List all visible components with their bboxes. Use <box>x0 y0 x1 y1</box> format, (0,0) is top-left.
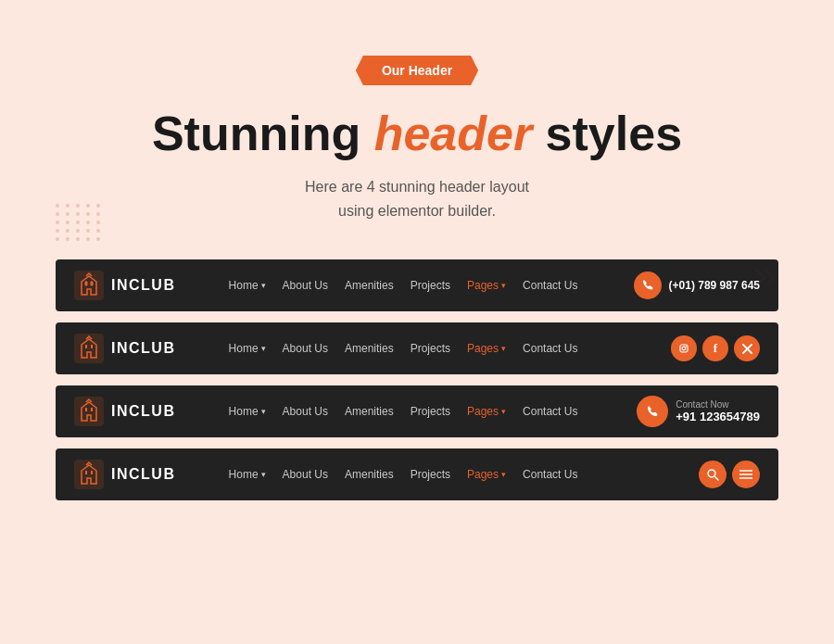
chevron-pages-1: ▾ <box>501 281 506 290</box>
svg-rect-6 <box>74 460 104 489</box>
logo-3: INCLUB <box>74 397 195 426</box>
contact-now-number: +91 123654789 <box>676 410 760 423</box>
nav-item-projects-4[interactable]: Projects <box>411 468 450 481</box>
right-area-2: f <box>612 335 760 361</box>
menu-button[interactable] <box>732 461 760 488</box>
facebook-icon[interactable]: f <box>702 335 728 361</box>
search-button[interactable] <box>699 461 727 488</box>
logo-icon-3 <box>74 397 104 426</box>
nav-1: Home ▾ About Us Amenities Projects Pages… <box>195 279 612 292</box>
nav-item-amenities-1[interactable]: Amenities <box>345 279 394 292</box>
twitter-x-icon[interactable] <box>734 335 760 361</box>
nav-item-contact-4[interactable]: Contact Us <box>523 468 577 481</box>
header-preview-3: INCLUB Home ▾ About Us Amenities Project… <box>56 385 778 437</box>
headers-container: INCLUB Home ▾ About Us Amenities Project… <box>56 259 778 500</box>
nav-item-contact-1[interactable]: Contact Us <box>523 279 577 292</box>
header-preview-1: INCLUB Home ▾ About Us Amenities Project… <box>56 259 778 311</box>
logo-text-2: INCLUB <box>111 340 175 357</box>
logo-1: INCLUB <box>74 271 195 300</box>
nav-item-about-2[interactable]: About Us <box>283 342 328 355</box>
logo-text-4: INCLUB <box>111 466 175 483</box>
subtitle-line1: Here are 4 stunning header layout <box>305 179 529 195</box>
contact-now-text: Contact Now +91 123654789 <box>676 399 760 423</box>
nav-item-pages-1[interactable]: Pages ▾ <box>467 279 506 292</box>
nav-4: Home ▾ About Us Amenities Projects Pages… <box>195 468 612 481</box>
section-badge: Our Header <box>356 56 478 85</box>
search-menu-area <box>699 461 760 488</box>
section-badge-wrapper: Our Header <box>356 56 478 85</box>
logo-icon-1 <box>74 271 104 300</box>
nav-item-home-1[interactable]: Home ▾ <box>229 279 266 292</box>
social-icons-2: f <box>671 335 760 361</box>
right-area-4 <box>612 461 760 488</box>
logo-2: INCLUB <box>74 334 195 363</box>
right-area-3: Contact Now +91 123654789 <box>612 396 760 427</box>
svg-rect-0 <box>74 271 104 300</box>
nav-item-home-3[interactable]: Home ▾ <box>229 405 266 418</box>
header-preview-4: INCLUB Home ▾ About Us Amenities Project… <box>56 448 778 500</box>
nav-item-projects-1[interactable]: Projects <box>411 279 450 292</box>
nav-item-about-3[interactable]: About Us <box>283 405 328 418</box>
subtitle-line2: using elementor builder. <box>338 203 496 219</box>
title-part2: styles <box>532 107 682 160</box>
nav-item-contact-2[interactable]: Contact Us <box>523 342 577 355</box>
nav-item-home-2[interactable]: Home ▾ <box>229 342 266 355</box>
header-preview-2: INCLUB Home ▾ About Us Amenities Project… <box>56 322 778 374</box>
badge-label: Our Header <box>382 63 452 78</box>
svg-rect-1 <box>74 334 104 363</box>
contact-now-phone-icon <box>637 396 668 427</box>
title-highlight: header <box>374 107 533 160</box>
title-part1: Stunning <box>152 107 374 160</box>
instagram-icon[interactable] <box>671 335 697 361</box>
nav-item-about-1[interactable]: About Us <box>283 279 328 292</box>
nav-item-amenities-3[interactable]: Amenities <box>345 405 394 418</box>
contact-now-label: Contact Now <box>676 399 760 410</box>
subtitle: Here are 4 stunning header layout using … <box>305 175 529 222</box>
nav-item-projects-2[interactable]: Projects <box>411 342 450 355</box>
logo-icon-4 <box>74 460 104 489</box>
contact-now-area[interactable]: Contact Now +91 123654789 <box>637 396 760 427</box>
nav-item-amenities-2[interactable]: Amenities <box>345 342 394 355</box>
nav-item-projects-3[interactable]: Projects <box>411 405 450 418</box>
phone-number-1: (+01) 789 987 645 <box>669 279 760 292</box>
nav-3: Home ▾ About Us Amenities Projects Pages… <box>195 405 612 418</box>
nav-item-about-4[interactable]: About Us <box>283 468 328 481</box>
right-area-1: (+01) 789 987 645 <box>612 271 760 299</box>
logo-text-3: INCLUB <box>111 403 175 420</box>
nav-2: Home ▾ About Us Amenities Projects Pages… <box>195 342 612 355</box>
logo-icon-2 <box>74 334 104 363</box>
bg-dots-left <box>56 204 102 259</box>
page-wrapper: Our Header Stunning header styles Here a… <box>0 0 834 644</box>
facebook-label: f <box>714 341 717 356</box>
nav-item-contact-3[interactable]: Contact Us <box>523 405 577 418</box>
logo-4: INCLUB <box>74 460 195 489</box>
phone-icon-1 <box>634 271 662 299</box>
chevron-home-1: ▾ <box>261 281 266 290</box>
phone-btn-1[interactable]: (+01) 789 987 645 <box>634 271 760 299</box>
svg-point-4 <box>686 346 687 347</box>
nav-item-pages-4[interactable]: Pages ▾ <box>467 468 506 481</box>
main-title: Stunning header styles <box>152 107 682 160</box>
logo-text-1: INCLUB <box>111 277 175 294</box>
nav-item-pages-2[interactable]: Pages ▾ <box>467 342 506 355</box>
svg-point-3 <box>682 347 686 351</box>
nav-item-pages-3[interactable]: Pages ▾ <box>467 405 506 418</box>
nav-item-amenities-4[interactable]: Amenities <box>345 468 394 481</box>
svg-line-8 <box>714 476 718 480</box>
nav-item-home-4[interactable]: Home ▾ <box>229 468 266 481</box>
svg-rect-5 <box>74 397 104 426</box>
